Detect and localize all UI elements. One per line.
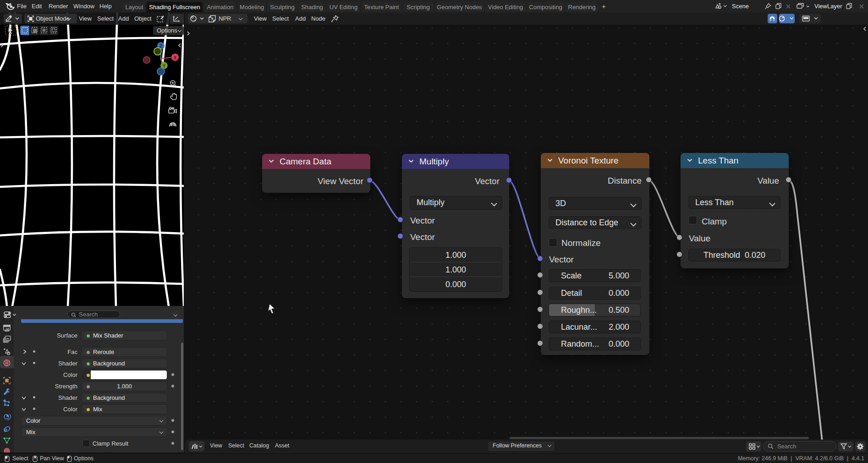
svg-text:Y: Y — [163, 64, 166, 69]
svg-text:X: X — [174, 55, 177, 60]
svg-text:Z: Z — [159, 44, 162, 49]
